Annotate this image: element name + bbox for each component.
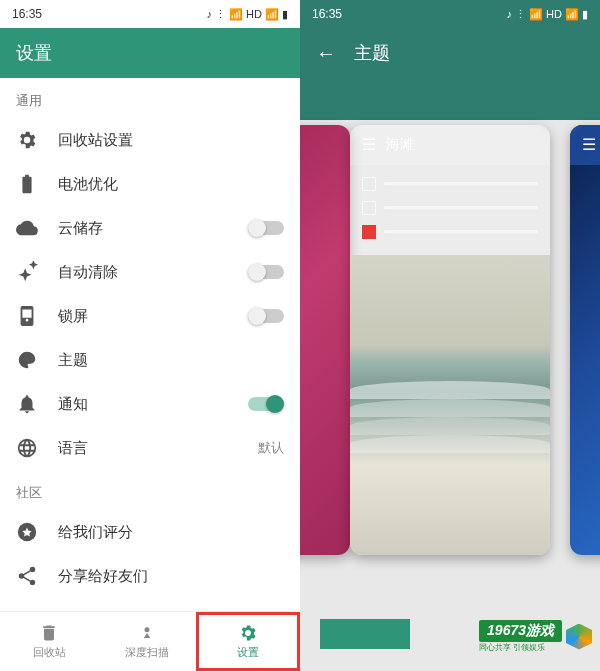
sound-icon xyxy=(362,201,376,215)
item-recycle-settings[interactable]: 回收站设置 xyxy=(0,118,300,162)
bell-icon xyxy=(16,393,38,415)
toggle-autoclean[interactable] xyxy=(248,265,284,279)
status-bar: 16:35 ♪ ⋮ 📶 HD 📶 ▮ xyxy=(300,0,600,28)
page-title: 设置 xyxy=(16,41,52,65)
nav-label: 回收站 xyxy=(33,645,66,660)
language-value: 默认 xyxy=(258,439,284,457)
menu-icon: ☰ xyxy=(582,135,596,154)
header: 设置 xyxy=(0,28,300,78)
menu-icon: ☰ xyxy=(362,135,376,154)
header: ← 主题 xyxy=(300,28,600,78)
apply-theme-button[interactable] xyxy=(320,619,410,649)
theme-card-current[interactable]: ☰ 海滩 xyxy=(350,125,550,555)
svg-point-3 xyxy=(145,627,150,632)
settings-screen: 16:35 ♪ ⋮ 📶 HD 📶 ▮ 设置 通用 回收站设置 电池优化 云储存 … xyxy=(0,0,300,671)
file-icon xyxy=(362,177,376,191)
item-share[interactable]: 分享给好友们 xyxy=(0,554,300,598)
item-notify[interactable]: 通知 xyxy=(0,382,300,426)
back-arrow-icon[interactable]: ← xyxy=(316,42,336,65)
watermark-text: 19673游戏 xyxy=(479,620,562,642)
share-icon xyxy=(16,565,38,587)
toggle-lock[interactable] xyxy=(248,309,284,323)
status-icons: ♪ ⋮ 📶 HD 📶 ▮ xyxy=(506,8,588,21)
theme-carousel[interactable]: ☰ ☰ 海滩 xyxy=(300,78,600,601)
bottom-nav: 回收站 深度扫描 设置 xyxy=(0,611,300,671)
gear-icon xyxy=(238,623,258,643)
item-rate[interactable]: 给我们评分 xyxy=(0,510,300,554)
item-language[interactable]: 语言 默认 xyxy=(0,426,300,470)
scan-icon xyxy=(137,623,157,643)
item-cloud[interactable]: 云储存 xyxy=(0,206,300,250)
label: 通知 xyxy=(58,395,228,414)
theme-card-next[interactable]: ☰ xyxy=(570,125,600,555)
toggle-cloud[interactable] xyxy=(248,221,284,235)
status-time: 16:35 xyxy=(12,7,42,21)
label: 语言 xyxy=(58,439,238,458)
item-theme[interactable]: 主题 xyxy=(0,338,300,382)
theme-card-prev[interactable] xyxy=(300,125,350,555)
label: 分享给好友们 xyxy=(58,567,284,586)
toggle-notify[interactable] xyxy=(248,397,284,411)
nav-recycle[interactable]: 回收站 xyxy=(0,612,98,671)
cube-icon xyxy=(566,624,592,650)
trash-icon xyxy=(39,623,59,643)
globe-icon xyxy=(16,437,38,459)
lock-icon xyxy=(16,305,38,327)
theme-screen: 16:35 ♪ ⋮ 📶 HD 📶 ▮ ← 主题 ☰ ☰ 海滩 xyxy=(300,0,600,671)
label: 电池优化 xyxy=(58,175,284,194)
label: 给我们评分 xyxy=(58,523,284,542)
item-battery[interactable]: 电池优化 xyxy=(0,162,300,206)
label: 锁屏 xyxy=(58,307,228,326)
watermark: 19673游戏 同心共享 引领娱乐 xyxy=(479,620,592,653)
label: 回收站设置 xyxy=(58,131,284,150)
label: 自动清除 xyxy=(58,263,228,282)
label: 主题 xyxy=(58,351,284,370)
palette-icon xyxy=(16,349,38,371)
theme-card-header: ☰ 海滩 xyxy=(350,125,550,165)
page-title: 主题 xyxy=(354,41,390,65)
status-icons: ♪ ⋮ 📶 HD 📶 ▮ xyxy=(206,8,288,21)
watermark-sub: 同心共享 引领娱乐 xyxy=(479,642,562,653)
item-autoclean[interactable]: 自动清除 xyxy=(0,250,300,294)
section-community: 社区 xyxy=(0,470,300,510)
nav-label: 深度扫描 xyxy=(125,645,169,660)
item-lock[interactable]: 锁屏 xyxy=(0,294,300,338)
nav-deepscan[interactable]: 深度扫描 xyxy=(98,612,196,671)
nav-label: 设置 xyxy=(237,645,259,660)
star-icon xyxy=(16,521,38,543)
theme-name: 海滩 xyxy=(386,136,414,154)
label: 云储存 xyxy=(58,219,228,238)
section-general: 通用 xyxy=(0,78,300,118)
gear-icon xyxy=(16,129,38,151)
nav-settings[interactable]: 设置 xyxy=(196,612,300,671)
status-bar: 16:35 ♪ ⋮ 📶 HD 📶 ▮ xyxy=(0,0,300,28)
theme-card-body xyxy=(350,165,550,255)
status-time: 16:35 xyxy=(312,7,342,21)
cloud-icon xyxy=(16,217,38,239)
sparkle-icon xyxy=(16,261,38,283)
folder-icon xyxy=(362,225,376,239)
theme-preview-image xyxy=(350,255,550,555)
battery-icon xyxy=(16,173,38,195)
